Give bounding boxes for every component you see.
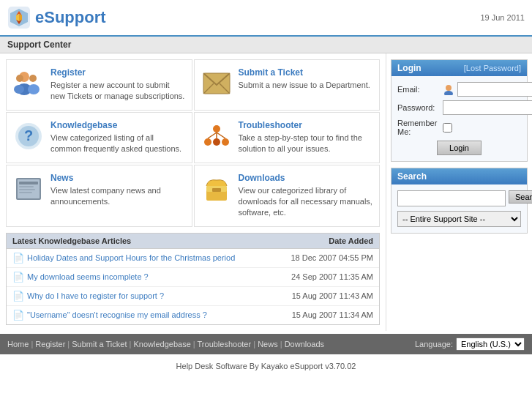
search-scope-select[interactable]: -- Entire Support Site -- — [397, 211, 521, 227]
email-input[interactable] — [457, 82, 532, 97]
credit-text: Help Desk Software By Kayako eSupport v3… — [176, 362, 356, 370]
article-row: 📄 Why do I have to register for support … — [7, 287, 379, 306]
knowledgebase-desc: View categorized listing of all common f… — [50, 133, 186, 155]
knowledgebase-text: Knowledgebase View categorized listing o… — [50, 120, 186, 155]
login-header-label: Login — [397, 63, 422, 73]
remember-checkbox[interactable] — [443, 123, 452, 133]
footer-link-troubleshooter[interactable]: Troubleshooter — [198, 340, 252, 348]
knowledgebase-title[interactable]: Knowledgebase — [50, 120, 186, 130]
doc-icon-2: 📄 — [12, 291, 24, 302]
svg-point-21 — [222, 138, 229, 146]
article-date-2: 15 Aug 2007 11:43 AM — [292, 291, 373, 300]
svg-rect-34 — [212, 188, 221, 192]
remember-label: Remember Me: — [397, 119, 440, 136]
ticket-icon — [201, 67, 233, 100]
kb-icon: ? — [12, 120, 45, 152]
language-label: Language: — [415, 340, 453, 348]
article-row: 📄 My download seems incomplete ? 24 Sep … — [7, 268, 379, 287]
support-center-bar: Support Center — [0, 37, 532, 53]
submit-ticket-desc: Submit a new issue to a Department. — [239, 80, 370, 91]
svg-rect-29 — [19, 186, 34, 187]
left-content: Register Register a new account to submi… — [0, 53, 386, 331]
downloads-desc: View our categorized library of download… — [239, 185, 374, 219]
login-section: Login [Lost Password] Email: Password: — [391, 59, 528, 162]
svg-text:?: ? — [24, 127, 33, 143]
logo: eSupport — [7, 6, 106, 29]
svg-point-11 — [14, 85, 24, 94]
svg-point-22 — [213, 138, 220, 146]
news-icon — [12, 173, 45, 205]
svg-point-19 — [213, 125, 220, 133]
article-link-3[interactable]: 📄 "Username" doesn't recognise my email … — [12, 310, 207, 321]
articles-header-label: Latest Knowledgebase Articles — [12, 236, 131, 245]
option-register: Register Register a new account to submi… — [6, 59, 192, 111]
register-icon — [12, 67, 45, 100]
lost-password-link[interactable]: [Lost Password] — [464, 64, 521, 72]
footer-link-register[interactable]: Register — [35, 340, 65, 348]
password-label: Password: — [397, 103, 440, 112]
footer-nav: Home | Register | Submit a Ticket | Know… — [0, 334, 532, 354]
search-header-label: Search — [397, 171, 427, 182]
articles-date-header: Date Added — [329, 236, 373, 245]
email-row: Email: — [397, 82, 521, 97]
downloads-icon — [201, 173, 233, 205]
news-text: News View latest company news and announ… — [50, 173, 186, 208]
troubleshooter-icon — [201, 120, 233, 152]
password-row: Password: — [397, 100, 521, 115]
article-link-1[interactable]: 📄 My download seems incomplete ? — [12, 272, 149, 283]
footer-link-news[interactable]: News — [258, 340, 278, 348]
header-date: 19 Jun 2011 — [480, 13, 525, 22]
options-grid: Register Register a new account to submi… — [6, 59, 380, 227]
article-link-2[interactable]: 📄 Why do I have to register for support … — [12, 291, 164, 302]
option-knowledgebase: ? Knowledgebase View categorized listing… — [6, 112, 192, 163]
footer-link-home[interactable]: Home — [7, 340, 29, 348]
language-select[interactable]: English (U.S.) — [456, 338, 525, 351]
doc-icon-0: 📄 — [12, 253, 24, 264]
language-section: Language: English (U.S.) — [415, 338, 525, 351]
svg-line-24 — [217, 133, 225, 138]
svg-rect-31 — [19, 192, 32, 193]
troubleshooter-text: Troubleshooter Take a step-by-step tour … — [239, 120, 374, 155]
svg-point-20 — [204, 138, 211, 146]
troubleshooter-title[interactable]: Troubleshooter — [239, 120, 374, 130]
search-button[interactable]: Search — [509, 190, 532, 204]
footer-links: Home | Register | Submit a Ticket | Know… — [7, 340, 324, 348]
submit-ticket-title[interactable]: Submit a Ticket — [239, 67, 370, 78]
search-form: Search -- Entire Support Site -- — [391, 184, 527, 233]
doc-icon-3: 📄 — [12, 310, 24, 321]
search-input[interactable] — [397, 190, 506, 206]
email-label: Email: — [397, 85, 440, 94]
article-row: 📄 Holiday Dates and Support Hours for th… — [7, 249, 379, 268]
article-date-3: 15 Aug 2007 11:34 AM — [292, 310, 373, 319]
option-downloads: Downloads View our categorized library o… — [194, 165, 381, 227]
troubleshooter-desc: Take a step-by-step tour to find the sol… — [239, 133, 374, 155]
search-section: Search Search -- Entire Support Site -- — [391, 168, 528, 234]
register-title[interactable]: Register — [50, 67, 186, 78]
article-date-1: 24 Sep 2007 11:35 AM — [291, 272, 373, 281]
downloads-text: Downloads View our categorized library o… — [239, 173, 374, 219]
register-desc: Register a new account to submit new Tic… — [50, 80, 186, 102]
footer-link-submit-ticket[interactable]: Submit a Ticket — [72, 340, 127, 348]
search-header: Search — [391, 168, 527, 184]
password-input[interactable] — [443, 100, 532, 115]
remember-row: Remember Me: — [397, 119, 521, 136]
right-sidebar: Login [Lost Password] Email: Password: — [386, 53, 532, 331]
search-input-row: Search — [397, 190, 521, 207]
article-row: 📄 "Username" doesn't recognise my email … — [7, 306, 379, 324]
svg-point-35 — [446, 85, 452, 91]
login-button[interactable]: Login — [437, 141, 482, 155]
footer-link-downloads[interactable]: Downloads — [285, 340, 324, 348]
logo-icon — [7, 6, 31, 29]
svg-point-10 — [16, 75, 23, 82]
svg-point-36 — [444, 91, 453, 95]
doc-icon-1: 📄 — [12, 272, 24, 283]
downloads-title[interactable]: Downloads — [239, 173, 374, 183]
user-icon — [443, 83, 454, 95]
news-title[interactable]: News — [50, 173, 186, 183]
articles-section: Latest Knowledgebase Articles Date Added… — [6, 233, 380, 325]
footer-link-knowledgebase[interactable]: Knowledgebase — [133, 340, 190, 348]
option-troubleshooter: Troubleshooter Take a step-by-step tour … — [194, 112, 381, 163]
article-link-0[interactable]: 📄 Holiday Dates and Support Hours for th… — [12, 253, 235, 264]
logo-text: eSupport — [35, 8, 106, 27]
svg-rect-28 — [19, 182, 38, 184]
